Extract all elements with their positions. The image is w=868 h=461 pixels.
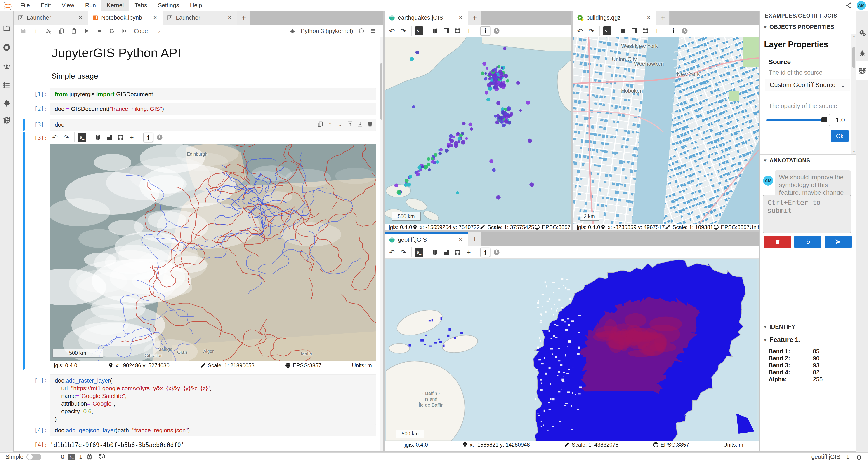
temporal-controller-icon[interactable] <box>492 26 502 36</box>
save-icon[interactable] <box>20 28 27 34</box>
basemap-icon[interactable] <box>430 26 440 36</box>
temporal-controller-icon[interactable] <box>492 248 502 257</box>
gis-globe-icon[interactable] <box>2 116 11 125</box>
map-canvas-france[interactable] <box>50 144 376 361</box>
redo-icon[interactable]: ↷ <box>398 26 408 36</box>
center-annotation-button[interactable] <box>794 236 822 248</box>
console-button[interactable]: $_ <box>78 133 86 142</box>
terminal-count[interactable]: 0 <box>61 453 64 460</box>
grid-layer-icon[interactable] <box>629 26 639 36</box>
simple-mode-toggle[interactable] <box>26 454 41 460</box>
undo-icon[interactable]: ↶ <box>50 133 60 142</box>
bell-icon[interactable] <box>855 453 863 461</box>
code-cell-input[interactable]: doc ↑ ↓ <box>50 119 376 131</box>
code-cell-input[interactable]: doc = GISDocument("france_hiking.jGIS") <box>50 103 376 115</box>
grid-layer-icon[interactable] <box>441 26 451 36</box>
add-layer-button[interactable]: + <box>127 133 137 142</box>
notebook-content[interactable]: JupyterGIS Python API Simple usage [1]: … <box>13 37 380 451</box>
table-of-contents-icon[interactable] <box>2 81 11 90</box>
close-icon[interactable]: ✕ <box>152 14 158 21</box>
add-layer-button[interactable]: + <box>652 26 662 36</box>
output-collapser[interactable] <box>23 132 25 369</box>
basemap-icon[interactable] <box>93 133 103 142</box>
notification-count[interactable]: 1 <box>846 453 849 460</box>
kernel-count[interactable]: 1 <box>79 453 82 460</box>
temporal-controller-icon[interactable] <box>155 133 164 142</box>
move-cell-down-icon[interactable]: ↓ <box>337 121 344 127</box>
source-select[interactable]: Custom GeoTiff Source⌄ <box>765 78 850 91</box>
delete-cell-icon[interactable] <box>367 121 373 127</box>
history-icon[interactable] <box>98 453 106 461</box>
debugger-icon[interactable] <box>858 49 867 57</box>
restart-kernel-icon[interactable] <box>108 28 115 34</box>
add-cell-icon[interactable]: ＋ <box>33 28 39 34</box>
grid-layer-icon[interactable] <box>104 133 114 142</box>
undo-icon[interactable]: ↶ <box>387 26 397 36</box>
basemap-icon[interactable] <box>430 248 440 257</box>
duplicate-cell-icon[interactable] <box>317 121 324 127</box>
menu-file[interactable]: File <box>15 0 35 11</box>
geometry-bounds-icon[interactable] <box>116 133 125 142</box>
tab-earthquakes[interactable]: earthquakes.jGIS ✕ <box>385 11 468 25</box>
add-layer-button[interactable]: + <box>464 248 474 257</box>
extensions-icon[interactable] <box>2 99 11 108</box>
notebook-menu-icon[interactable] <box>370 28 377 34</box>
console-button[interactable]: $_ <box>415 248 423 257</box>
redo-icon[interactable]: ↷ <box>586 26 596 36</box>
sidebar-scrollbar[interactable]: ▲ ▼ <box>851 34 856 154</box>
grid-layer-icon[interactable] <box>441 248 451 257</box>
identify-button[interactable]: i <box>480 248 490 257</box>
kernel-name[interactable]: Python 3 (ipykernel) <box>301 28 353 35</box>
tab-launcher-2[interactable]: Launcher ✕ <box>163 11 237 25</box>
statusbar-context[interactable]: geotiff.jGIS <box>811 453 840 460</box>
new-tab-button[interactable]: + <box>656 11 670 25</box>
property-inspector-icon[interactable] <box>858 29 867 37</box>
section-annotations[interactable]: ▾ANNOTATIONS <box>761 155 856 166</box>
menu-help[interactable]: Help <box>184 0 207 11</box>
identify-button[interactable]: i <box>480 26 490 36</box>
close-icon[interactable]: ✕ <box>645 14 652 21</box>
menu-kernel[interactable]: Kernel <box>101 0 129 11</box>
close-icon[interactable]: ✕ <box>77 14 84 21</box>
tab-notebook[interactable]: Notebook.ipynb ✕ <box>88 11 163 25</box>
tab-launcher-1[interactable]: Launcher ✕ <box>13 11 88 25</box>
delete-annotation-button[interactable] <box>764 236 791 248</box>
undo-icon[interactable]: ↶ <box>387 248 397 257</box>
folder-icon[interactable] <box>2 24 11 33</box>
scroll-down-icon[interactable]: ▼ <box>852 150 856 153</box>
section-identify[interactable]: ▾IDENTIFY <box>761 321 856 332</box>
console-button[interactable]: $_ <box>603 26 612 35</box>
run-all-icon[interactable] <box>121 28 128 34</box>
redo-icon[interactable]: ↷ <box>398 248 408 257</box>
code-cell-input[interactable]: from jupytergis import GISDocument <box>50 88 376 100</box>
scroll-up-icon[interactable]: ▲ <box>852 34 856 38</box>
cut-icon[interactable] <box>45 28 52 34</box>
user-avatar[interactable]: AM <box>857 1 866 10</box>
close-icon[interactable]: ✕ <box>457 14 464 21</box>
insert-cell-below-icon[interactable] <box>357 121 364 127</box>
identify-button[interactable]: i <box>669 26 678 36</box>
run-icon[interactable] <box>83 28 90 34</box>
close-icon[interactable]: ✕ <box>226 14 233 21</box>
users-icon[interactable] <box>2 62 11 71</box>
cell-type-dropdown[interactable]: Code⌄ <box>134 28 161 35</box>
debugger-icon[interactable] <box>289 28 296 34</box>
code-cell-input[interactable]: doc.add_raster_layer( url="https://mt1.g… <box>50 374 376 425</box>
share-icon[interactable] <box>845 2 852 9</box>
temporal-controller-icon[interactable] <box>680 26 690 36</box>
map-canvas-geotiff[interactable] <box>385 259 758 441</box>
undo-icon[interactable]: ↶ <box>575 26 585 36</box>
new-tab-button[interactable]: + <box>237 11 250 25</box>
menu-edit[interactable]: Edit <box>35 0 56 11</box>
close-icon[interactable]: ✕ <box>457 236 464 243</box>
geometry-bounds-icon[interactable] <box>453 26 463 36</box>
kernel-chip-icon[interactable] <box>86 453 93 461</box>
geometry-bounds-icon[interactable] <box>641 26 651 36</box>
new-tab-button[interactable]: + <box>468 232 482 246</box>
ok-button[interactable]: Ok <box>831 130 848 142</box>
paste-icon[interactable] <box>70 28 77 34</box>
menu-tabs[interactable]: Tabs <box>129 0 152 11</box>
console-button[interactable]: $_ <box>415 26 423 35</box>
identify-feature-header[interactable]: ▾Feature 1: <box>764 336 801 343</box>
new-tab-button[interactable]: + <box>468 11 482 25</box>
